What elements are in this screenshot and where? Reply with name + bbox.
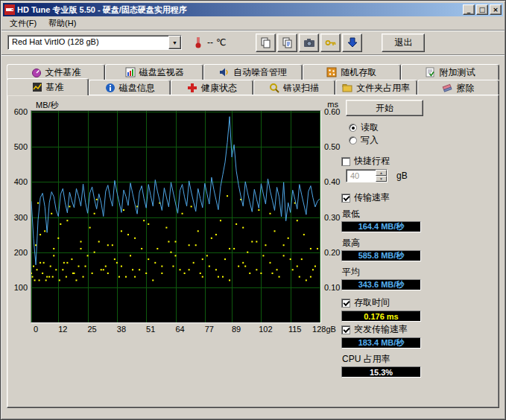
drive-select-combo[interactable]: Red Hat VirtIO (128 gB) ▼	[7, 35, 182, 50]
folder-icon	[342, 83, 352, 93]
y-right-tick: 0.20	[324, 248, 340, 257]
tab-label: 错误扫描	[283, 82, 319, 95]
tab-error-scan[interactable]: 错误扫描	[253, 80, 335, 95]
x-axis-ticks: 012253851647789102115128gB	[36, 323, 326, 334]
burst-rate-label: 突发传输速率	[354, 323, 408, 336]
hd-tune-window: HD Tune 专业版 5.50 - 硬盘/固态硬盘实用程序 _ □ × 文件(…	[0, 0, 506, 420]
spinner-buttons[interactable]: ▲▼	[376, 170, 387, 182]
window-title: HD Tune 专业版 5.50 - 硬盘/固态硬盘实用程序	[17, 4, 461, 16]
short-stroke-input[interactable]: 40 ▲▼	[346, 169, 388, 182]
x-tick: 51	[146, 325, 155, 334]
register-button[interactable]	[320, 34, 341, 52]
access-time-value-box: 0.176 ms	[341, 311, 421, 322]
avg-value: 343.6 MB/秒	[358, 279, 405, 290]
y-left-tick: 100	[14, 283, 28, 292]
x-tick: 25	[87, 325, 96, 334]
screenshot-button[interactable]	[299, 34, 319, 52]
tab-acoustic-management[interactable]: 自动噪音管理	[203, 64, 302, 80]
read-radio-label: 读取	[361, 121, 379, 134]
health-cross-icon	[187, 83, 197, 93]
transfer-rate-checkbox-box	[341, 194, 350, 203]
tab-file-benchmark[interactable]: 文件基准	[7, 64, 105, 80]
max-label: 最高	[342, 237, 431, 249]
toolbar: Red Hat VirtIO (128 gB) ▼ -- ℃	[1, 31, 505, 55]
copy-image-button[interactable]	[256, 34, 276, 52]
min-value: 164.4 MB/秒	[358, 221, 405, 232]
write-radio-label: 写入	[361, 134, 379, 147]
app-icon	[4, 4, 15, 15]
benchmark-page: MB/秒 ms 100200300400500600 0.100.200.300…	[7, 95, 499, 408]
x-tick: 77	[205, 325, 214, 334]
tab-health[interactable]: 健康状态	[171, 80, 253, 95]
copy-text-button[interactable]	[277, 34, 297, 52]
y-right-tick: 0.30	[324, 213, 340, 222]
transfer-rate-checkbox[interactable]: 传输速率	[341, 192, 431, 203]
short-stroke-unit: gB	[396, 171, 408, 181]
plot-area-frame	[31, 110, 321, 323]
close-button[interactable]: ×	[490, 4, 502, 15]
tab-benchmark[interactable]: 基准	[7, 78, 89, 95]
thermometer-icon	[192, 36, 204, 49]
left-axis-ticks: 100200300400500600	[13, 110, 31, 323]
y-right-tick: 0.60	[324, 107, 340, 116]
y-right-tick: 0.50	[324, 142, 340, 151]
access-time-checkbox-box	[341, 299, 350, 308]
drive-select-value: Red Hat VirtIO (128 gB)	[8, 36, 168, 49]
tab-erase[interactable]: 擦除	[417, 80, 499, 95]
min-label: 最低	[342, 208, 431, 220]
temperature-value: --	[207, 37, 213, 48]
tab-label: 随机存取	[341, 66, 376, 79]
cpu-usage-label: CPU 占用率	[342, 353, 431, 366]
chevron-down-icon[interactable]: ▼	[168, 36, 181, 49]
read-radio[interactable]: 读取	[349, 122, 431, 133]
minimize-button[interactable]: _	[463, 4, 475, 15]
y-left-tick: 200	[14, 248, 28, 257]
burst-rate-checkbox[interactable]: 突发传输速率	[341, 324, 431, 335]
gauge-icon	[31, 67, 42, 77]
axis-headers: MB/秒 ms	[13, 98, 338, 110]
max-value-box: 585.8 MB/秒	[341, 250, 421, 261]
write-radio[interactable]: 写入	[349, 135, 431, 146]
write-radio-circle	[349, 136, 357, 144]
monitor-bars-icon	[125, 67, 136, 77]
benchmark-control-panel: 开始 读取 写入 快捷行程 40 ▲▼	[340, 100, 431, 378]
tab-label: 健康状态	[201, 82, 237, 95]
menu-file[interactable]: 文件(F)	[4, 16, 42, 31]
y-left-tick: 300	[14, 213, 28, 222]
speaker-icon	[219, 67, 230, 77]
short-stroke-checkbox[interactable]: 快捷行程	[341, 156, 431, 167]
maximize-button[interactable]: □	[476, 4, 488, 15]
x-tick: 115	[288, 325, 302, 334]
checklist-icon	[425, 67, 435, 77]
tab-random-access[interactable]: 随机存取	[303, 64, 401, 80]
temperature-display: -- ℃	[192, 36, 226, 49]
tab-label: 磁盘监视器	[139, 66, 184, 79]
cpu-usage-value-box: 15.3%	[341, 366, 421, 378]
short-stroke-size-row: 40 ▲▼ gB	[346, 169, 431, 182]
x-tick: 128gB	[312, 325, 336, 334]
access-time-checkbox[interactable]: 存取时间	[341, 297, 431, 308]
key-icon	[325, 37, 337, 48]
x-tick: 64	[175, 325, 184, 334]
tab-folder-usage[interactable]: 文件夹占用率	[335, 80, 417, 95]
y-left-tick: 400	[14, 177, 28, 186]
exit-button[interactable]: 退出	[382, 34, 425, 52]
copy-text-icon	[282, 37, 293, 48]
y-right-tick: 0.40	[324, 177, 340, 186]
avg-value-box: 343.6 MB/秒	[341, 279, 421, 290]
start-button[interactable]: 开始	[346, 100, 423, 116]
tab-disk-monitor[interactable]: 磁盘监视器	[105, 64, 203, 80]
benchmark-chart-block: MB/秒 ms 100200300400500600 0.100.200.300…	[13, 98, 338, 334]
tab-disk-info[interactable]: 磁盘信息	[89, 80, 171, 95]
camera-icon	[303, 37, 315, 48]
transfer-rate-label: 传输速率	[354, 191, 390, 204]
x-tick: 38	[117, 325, 126, 334]
x-tick: 12	[58, 325, 67, 334]
copy-icon	[260, 37, 271, 48]
cpu-usage-value: 15.3%	[370, 368, 393, 377]
save-results-button[interactable]	[342, 34, 362, 52]
x-tick: 0	[34, 325, 38, 334]
left-axis-label: MB/秒	[36, 100, 59, 111]
menu-help[interactable]: 帮助(H)	[42, 16, 82, 31]
tab-extra-tests[interactable]: 附加测试	[401, 64, 499, 80]
